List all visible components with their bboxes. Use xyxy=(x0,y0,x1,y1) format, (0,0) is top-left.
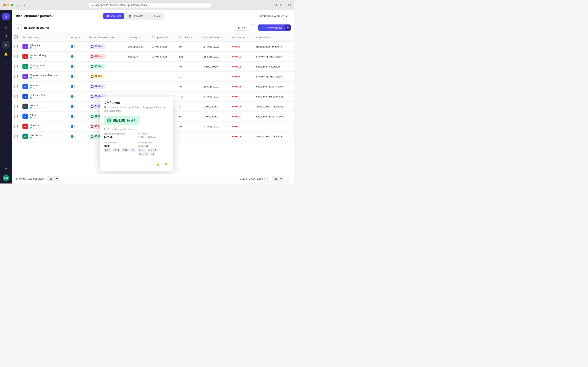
linkedin-icon[interactable]: in xyxy=(33,97,35,99)
sort-fitment-icon[interactable]: ⇅ xyxy=(116,36,118,39)
new-contact-dropdown-btn[interactable]: ▾ xyxy=(285,25,291,31)
website-icon[interactable]: 🌐 xyxy=(30,67,32,69)
website-icon[interactable]: 🌐 xyxy=(30,137,32,139)
linkedin-icon[interactable]: in xyxy=(33,127,35,129)
tab-lists[interactable]: ☰ Lists xyxy=(147,13,163,19)
next-page-button[interactable]: › xyxy=(284,176,290,182)
more-links-icon[interactable]: ⊕ xyxy=(39,107,41,109)
facebook-icon[interactable]: f xyxy=(38,57,39,59)
facebook-icon[interactable]: f xyxy=(38,97,39,99)
more-links-icon[interactable]: ⊕ xyxy=(39,127,41,129)
sidebar-item-settings[interactable]: ⚙ xyxy=(2,166,9,173)
twitter-icon[interactable]: 𝕏 xyxy=(35,137,37,139)
info-icon[interactable]: ℹ xyxy=(53,15,54,18)
forward-btn[interactable]: › xyxy=(24,3,25,7)
select-all-checkbox[interactable] xyxy=(14,35,17,39)
website-icon[interactable]: 🌐 xyxy=(30,97,32,99)
twitter-icon[interactable]: 𝕏 xyxy=(35,117,37,119)
more-links-icon[interactable]: ⊕ xyxy=(39,97,41,99)
download-button[interactable]: ⬇ xyxy=(250,25,256,31)
linkedin-icon[interactable]: in xyxy=(33,107,35,109)
assign-icon[interactable]: 👤+ xyxy=(70,135,75,138)
thumbs-up-button[interactable]: 👍 xyxy=(154,161,161,167)
page-number-select[interactable]: 01 02 03 xyxy=(272,176,283,182)
sidebar-item-lists[interactable]: ≡ xyxy=(2,59,9,67)
linkedin-icon[interactable]: in xyxy=(33,117,35,119)
rows-per-page-select[interactable]: 20 50 100 xyxy=(47,176,59,182)
row-checkbox-4[interactable] xyxy=(14,75,17,78)
website-icon[interactable]: 🌐 xyxy=(30,47,32,49)
assign-icon[interactable]: 👤+ xyxy=(70,65,75,68)
twitter-icon[interactable]: 𝕏 xyxy=(35,107,37,109)
avatar[interactable]: BW xyxy=(3,175,9,181)
tab-contacts[interactable]: 👤 Contacts xyxy=(125,13,146,19)
fitment-score-badge[interactable]: 69 Good xyxy=(89,84,106,89)
twitter-icon[interactable]: 𝕏 xyxy=(35,127,37,129)
twitter-icon[interactable]: 𝕏 xyxy=(35,57,37,59)
app-logo[interactable]: S xyxy=(2,13,9,20)
facebook-icon[interactable]: f xyxy=(38,117,39,119)
maximize-dot[interactable] xyxy=(11,4,13,6)
facebook-icon[interactable]: f xyxy=(38,47,39,49)
twitter-icon[interactable]: 𝕏 xyxy=(35,77,37,79)
fitment-info-icon[interactable]: ℹ xyxy=(114,36,115,39)
row-checkbox-3[interactable] xyxy=(14,65,17,68)
close-dot[interactable] xyxy=(3,4,6,6)
linkedin-icon[interactable]: in xyxy=(33,87,35,89)
fitment-score-badge[interactable]: 52 Fair xyxy=(89,74,104,79)
assign-icon[interactable]: 👤+ xyxy=(70,115,75,118)
sidebar-item-campaigns[interactable]: 🔔 xyxy=(2,50,9,58)
facebook-icon[interactable]: f xyxy=(38,137,39,139)
row-checkbox-10[interactable] xyxy=(14,134,17,138)
sort-account-name-icon[interactable]: ⇅ xyxy=(40,36,42,39)
website-icon[interactable]: 🌐 xyxy=(30,107,32,109)
column-toggle-button[interactable]: ⊞ ||| ▾ xyxy=(235,25,248,31)
sort-visited-icon[interactable]: ⇅ xyxy=(221,36,223,39)
row-checkbox-5[interactable] xyxy=(14,85,17,88)
table-row[interactable]: V Vibercity 🌐 in 𝕏 f ⊕ 👤+ 75 Good Wareho… xyxy=(12,42,294,52)
fitment-score-badge[interactable]: 75 Good xyxy=(89,44,106,49)
more-links-icon[interactable]: ⊕ xyxy=(39,137,41,139)
sort-hq-icon[interactable]: ⇅ xyxy=(169,36,170,39)
table-row[interactable]: K keka.com 🌐 in 𝕏 f ⊕ 👤+ 69 Good 4621 Se… xyxy=(12,82,294,92)
website-icon[interactable]: 🌐 xyxy=(30,127,32,129)
row-checkbox-2[interactable] xyxy=(14,55,17,58)
row-checkbox-8[interactable] xyxy=(14,115,17,118)
assign-icon[interactable]: 👤+ xyxy=(70,75,75,78)
row-checkbox-9[interactable] xyxy=(14,125,17,128)
prev-page-button[interactable]: ‹ xyxy=(264,176,270,182)
fitment-score-badge[interactable]: 38 Not... xyxy=(89,54,106,59)
sidebar-item-icp[interactable]: ◈ xyxy=(2,41,9,49)
fitment-score-badge[interactable]: 86 Best xyxy=(89,64,105,69)
facebook-icon[interactable]: f xyxy=(38,87,39,89)
linkedin-icon[interactable]: in xyxy=(33,57,35,59)
facebook-icon[interactable]: f xyxy=(38,107,39,109)
assign-icon[interactable]: 👤+ xyxy=(70,85,75,88)
row-checkbox-7[interactable] xyxy=(14,105,17,108)
sort-intent-icon[interactable]: ⇅ xyxy=(246,36,248,39)
linkedin-icon[interactable]: in xyxy=(33,77,35,79)
sidebar-item-analytics[interactable]: ◑ xyxy=(2,32,9,40)
assign-icon[interactable]: 👤+ xyxy=(70,125,75,128)
new-contact-button[interactable]: 👤+ New contact xyxy=(258,25,285,31)
twitter-icon[interactable]: 𝕏 xyxy=(35,47,37,49)
more-links-icon[interactable]: ⊕ xyxy=(39,47,41,49)
row-checkbox-1[interactable] xyxy=(14,45,17,48)
twitter-icon[interactable]: 𝕏 xyxy=(35,87,37,89)
linkedin-icon[interactable]: in xyxy=(33,67,35,69)
tabs-icon[interactable]: ⊡ xyxy=(288,3,291,7)
website-icon[interactable]: 🌐 xyxy=(30,117,32,119)
more-links-icon[interactable]: ⊕ xyxy=(39,117,41,119)
sidebar-item-dashboard[interactable]: ◎ xyxy=(2,23,9,31)
sort-visits-icon[interactable]: ⇅ xyxy=(194,36,195,39)
website-icon[interactable]: 🌐 xyxy=(30,77,32,79)
tab-accounts[interactable]: ▦ Accounts xyxy=(103,13,124,19)
row-checkbox-6[interactable] xyxy=(14,95,17,98)
thumbs-down-button[interactable]: 👎 xyxy=(163,161,169,167)
sidebar-item-reports[interactable]: ◻ xyxy=(2,68,9,75)
linkedin-icon[interactable]: in xyxy=(33,137,35,139)
sort-topics-icon[interactable]: ⇅ xyxy=(272,36,273,39)
facebook-icon[interactable]: f xyxy=(38,127,39,129)
table-row[interactable]: C Centro Universitário da... 🌐 in 𝕏 ⊕ 👤+… xyxy=(12,72,294,82)
company-selector[interactable]: Timberland Ventures ▾ xyxy=(257,13,290,19)
